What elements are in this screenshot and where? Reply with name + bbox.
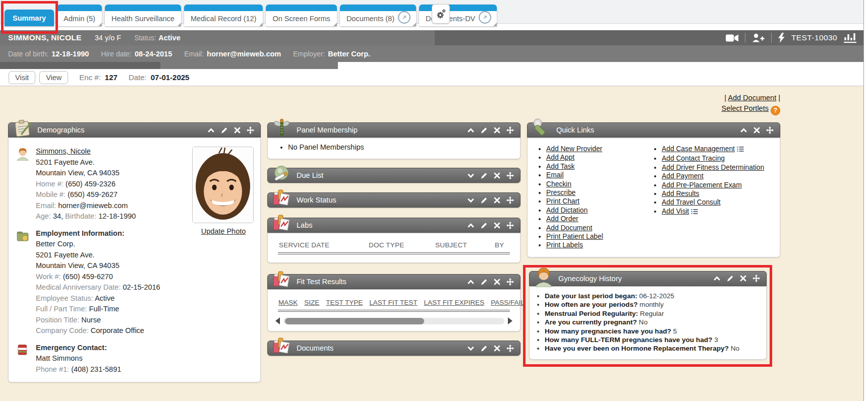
- close-icon[interactable]: [493, 172, 501, 179]
- edit-icon[interactable]: [480, 278, 488, 286]
- edit-icon[interactable]: [480, 196, 488, 204]
- quick-link[interactable]: Add Task: [546, 163, 575, 170]
- edit-icon[interactable]: [220, 126, 228, 134]
- tab-documents[interactable]: Documents (8): [340, 5, 416, 26]
- list-view-icon[interactable]: [737, 146, 744, 154]
- quick-link[interactable]: Add Results: [662, 190, 699, 197]
- collapse-icon[interactable]: [207, 126, 215, 134]
- patient-chart-icon[interactable]: [844, 33, 857, 43]
- close-icon[interactable]: [739, 275, 747, 282]
- open-new-window-icon[interactable]: [398, 11, 411, 24]
- quick-link[interactable]: Add New Provider: [546, 145, 602, 153]
- collapse-icon[interactable]: [467, 222, 475, 229]
- move-icon[interactable]: [506, 345, 514, 352]
- tab-documents-dv[interactable]: Documents-DV: [419, 5, 497, 26]
- video-call-icon[interactable]: [726, 34, 738, 42]
- move-icon[interactable]: [766, 126, 774, 134]
- collapse-icon[interactable]: [467, 278, 475, 286]
- lightning-icon[interactable]: [778, 33, 785, 43]
- portlet-header-fit-test[interactable]: Fit Test Results: [267, 274, 520, 289]
- portlet-header-panel-membership[interactable]: Panel Membership: [267, 122, 520, 138]
- close-icon[interactable]: [493, 222, 501, 229]
- quick-link[interactable]: Add Order: [546, 215, 578, 223]
- portlet-header-demographics[interactable]: Demographics: [8, 122, 261, 138]
- portlet-header-documents[interactable]: Documents: [267, 341, 520, 356]
- collapse-icon[interactable]: [713, 275, 721, 282]
- patient-name-link[interactable]: Simmons, Nicole: [36, 147, 91, 155]
- quick-link[interactable]: Checkin: [546, 180, 571, 188]
- visit-button[interactable]: Visit: [9, 71, 35, 84]
- edit-icon[interactable]: [726, 275, 734, 282]
- quick-link[interactable]: Print Patient Label: [546, 233, 603, 240]
- move-icon[interactable]: [247, 126, 254, 134]
- edit-icon[interactable]: [480, 345, 488, 352]
- fit-test-sort-link[interactable]: MASK: [278, 299, 298, 306]
- list-view-icon[interactable]: [691, 208, 698, 217]
- quick-link[interactable]: Add Pre-Placement Exam: [662, 181, 742, 189]
- expand-icon[interactable]: [467, 172, 475, 179]
- tab-admin[interactable]: Admin (5): [57, 5, 102, 26]
- fit-test-sort-link[interactable]: PASS/FAIL: [491, 299, 525, 306]
- expand-icon[interactable]: [467, 345, 475, 352]
- select-portlets-link[interactable]: Select Portlets: [721, 104, 769, 112]
- portlet-header-quick-links[interactable]: Quick Links: [527, 122, 780, 138]
- scroll-right-icon[interactable]: [508, 317, 512, 324]
- move-icon[interactable]: [506, 222, 514, 229]
- quick-link[interactable]: Add Appt: [546, 154, 574, 161]
- collapse-icon[interactable]: [467, 126, 475, 134]
- close-icon[interactable]: [493, 196, 501, 204]
- portlet-title: Work Status: [297, 196, 336, 204]
- portlet-header-due-list[interactable]: Due List: [267, 168, 520, 183]
- help-icon[interactable]: ?: [771, 106, 780, 115]
- quick-link[interactable]: Add Driver Fitness Determination: [662, 164, 764, 171]
- expand-icon[interactable]: [467, 196, 475, 204]
- quick-link[interactable]: Add Payment: [662, 172, 704, 180]
- close-icon[interactable]: [493, 345, 501, 352]
- fit-test-sort-link[interactable]: LAST FIT TEST: [369, 299, 417, 306]
- move-icon[interactable]: [506, 126, 514, 134]
- quick-link[interactable]: Print Labels: [546, 241, 583, 249]
- quick-link-item: Email: [546, 171, 647, 179]
- close-icon[interactable]: [234, 126, 241, 134]
- quick-link[interactable]: Add Document: [546, 224, 592, 232]
- move-icon[interactable]: [506, 278, 514, 286]
- fit-test-sort-link[interactable]: SIZE: [304, 299, 319, 306]
- portlet-header-gynecology[interactable]: Gynecology History: [529, 271, 767, 286]
- quick-link[interactable]: Add Travel Consult: [662, 198, 721, 206]
- quick-link[interactable]: Prescribe: [546, 189, 575, 196]
- close-icon[interactable]: [753, 126, 761, 134]
- tab-medical-record[interactable]: Medical Record (12): [184, 5, 263, 26]
- quick-link[interactable]: Add Dictation: [546, 207, 588, 214]
- collapse-icon[interactable]: [740, 126, 747, 134]
- quick-link[interactable]: Add Visit: [662, 208, 689, 215]
- close-icon[interactable]: [493, 126, 501, 134]
- portlet-header-work-status[interactable]: Work Status: [267, 192, 520, 208]
- settings-button[interactable]: [432, 4, 450, 24]
- edit-icon[interactable]: [480, 126, 488, 134]
- move-icon[interactable]: [506, 196, 514, 204]
- tab-health-surveillance[interactable]: Health Surveillance: [105, 5, 181, 26]
- view-button[interactable]: View: [39, 71, 68, 84]
- add-person-icon[interactable]: [752, 33, 765, 43]
- scrollbar-track[interactable]: [283, 318, 504, 324]
- quick-link[interactable]: Email: [546, 171, 564, 179]
- quick-link-item: Add Contact Tracing: [662, 154, 764, 163]
- close-icon[interactable]: [493, 278, 501, 286]
- fit-test-sort-link[interactable]: LAST FIT EXPIRES: [424, 299, 485, 306]
- quick-link[interactable]: Print Chart: [546, 197, 580, 205]
- portlet-header-labs[interactable]: Labs: [267, 218, 520, 233]
- edit-icon[interactable]: [480, 222, 488, 229]
- scroll-left-icon[interactable]: [275, 317, 280, 324]
- tab-summary[interactable]: Summary: [5, 10, 54, 26]
- update-photo-link[interactable]: Update Photo: [201, 227, 246, 235]
- move-icon[interactable]: [506, 172, 514, 179]
- add-document-link[interactable]: Add Document: [728, 94, 776, 102]
- move-icon[interactable]: [753, 275, 760, 282]
- scrollbar-thumb[interactable]: [285, 318, 424, 324]
- tab-on-screen-forms[interactable]: On Screen Forms: [266, 5, 336, 26]
- quick-link[interactable]: Add Contact Tracing: [662, 155, 725, 162]
- open-new-window-icon[interactable]: [479, 11, 491, 24]
- quick-link[interactable]: Add Case Management: [662, 145, 735, 153]
- fit-test-sort-link[interactable]: TEST TYPE: [326, 299, 363, 306]
- edit-icon[interactable]: [480, 172, 488, 179]
